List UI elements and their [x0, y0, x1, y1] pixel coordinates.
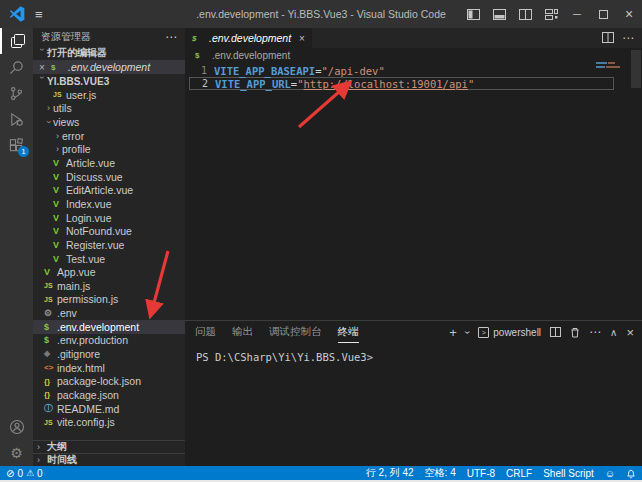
tree-item[interactable]: VDiscuss.vue: [33, 170, 185, 184]
tree-item[interactable]: ⓘREADME.md: [33, 402, 185, 416]
open-editor-item[interactable]: × $ .env.development: [33, 60, 185, 74]
error-count: 0: [17, 468, 23, 479]
indentation[interactable]: 空格: 4: [425, 466, 456, 480]
settings-gear-icon[interactable]: ⚙: [0, 440, 33, 466]
tree-item[interactable]: VIndex.vue: [33, 197, 185, 211]
tree-item[interactable]: JSmain.js: [33, 279, 185, 293]
tree-item[interactable]: VLogin.vue: [33, 211, 185, 225]
breadcrumb[interactable]: $ .env.development: [185, 48, 642, 62]
more-actions-icon[interactable]: ⋯: [622, 31, 634, 45]
editor-scrollbar[interactable]: [631, 50, 641, 88]
cursor-position[interactable]: 行 2, 列 42: [366, 466, 414, 480]
tree-item[interactable]: VApp.vue: [33, 265, 185, 279]
code-line[interactable]: 1VITE_APP_BASEAPI="/api-dev": [185, 64, 614, 77]
sidebar-title: 资源管理器: [41, 30, 91, 44]
string-value: /api-dev: [328, 65, 379, 77]
tree-item-label: package.json: [57, 389, 119, 401]
tree-item-label: error: [62, 130, 84, 142]
tree-item[interactable]: $.env.production: [33, 334, 185, 348]
timeline-section[interactable]: › 时间线: [33, 453, 185, 466]
outline-section[interactable]: › 大纲: [33, 440, 185, 453]
editor-tab[interactable]: $ .env.development ×: [185, 28, 312, 48]
panel-tab-bar: 问题输出调试控制台终端 + › > powershell ⋯ ∧: [185, 321, 642, 343]
minimize-icon[interactable]: ─: [564, 0, 590, 28]
panel-tab[interactable]: 输出: [232, 321, 253, 343]
tree-item[interactable]: VEditArticle.vue: [33, 183, 185, 197]
tree-item[interactable]: VRegister.vue: [33, 238, 185, 252]
gitignore-file-icon: ◈: [44, 349, 57, 358]
tree-item[interactable]: VTest.vue: [33, 252, 185, 266]
tree-item[interactable]: <>index.html: [33, 361, 185, 375]
env-key: VITE_APP_BASEAPI: [214, 65, 315, 77]
encoding[interactable]: UTF-8: [467, 468, 495, 479]
explorer-icon[interactable]: [0, 28, 33, 54]
tree-item-label: permission.js: [57, 293, 118, 305]
code-lines: 1VITE_APP_BASEAPI="/api-dev"2VITE_APP_UR…: [185, 64, 642, 90]
tree-folder[interactable]: ›profile: [33, 143, 185, 157]
close-quote: ": [378, 65, 384, 77]
shell-selector[interactable]: > powershell: [478, 327, 541, 338]
feedback-icon[interactable]: ☺: [605, 468, 615, 479]
chevron-right-icon: ›: [53, 144, 62, 154]
toggle-panel-icon[interactable]: [486, 0, 512, 28]
js-file-icon: JS: [44, 296, 57, 303]
split-terminal-icon[interactable]: [550, 327, 561, 337]
open-editors-label: 打开的编辑器: [47, 46, 107, 60]
source-control-icon[interactable]: [0, 80, 33, 106]
warning-count: 0: [37, 468, 43, 479]
code-line[interactable]: 2VITE_APP_URL="http://localhost:19001/ap…: [189, 77, 614, 90]
close-editor-icon[interactable]: ×: [39, 62, 51, 73]
search-icon[interactable]: [0, 54, 33, 80]
tree-folder[interactable]: ›utils: [33, 102, 185, 116]
notifications-bell-icon[interactable]: [626, 468, 636, 479]
panel-tab[interactable]: 终端: [338, 321, 359, 343]
toggle-secondary-sidebar-icon[interactable]: [512, 0, 538, 28]
tree-folder[interactable]: ›error: [33, 129, 185, 143]
tree-item-label: README.md: [57, 403, 119, 415]
minimap[interactable]: [596, 62, 626, 70]
run-debug-icon[interactable]: [0, 106, 33, 132]
env-file-icon: $: [192, 34, 205, 43]
vue-file-icon: V: [53, 185, 66, 195]
problems-status[interactable]: ⊘ 0 ⚠ 0: [6, 468, 43, 479]
tree-item[interactable]: {}package.json: [33, 388, 185, 402]
new-terminal-icon[interactable]: +: [449, 325, 457, 340]
vue-file-icon: V: [53, 240, 66, 250]
close-icon[interactable]: ×: [616, 0, 642, 28]
more-actions-icon[interactable]: ⋯: [165, 30, 177, 44]
close-tab-icon[interactable]: ×: [299, 33, 305, 44]
eol-sequence[interactable]: CRLF: [506, 468, 532, 479]
menu-icon[interactable]: ≡: [35, 7, 43, 22]
language-mode[interactable]: Shell Script: [543, 468, 594, 479]
close-panel-icon[interactable]: ×: [626, 325, 634, 340]
code-editor[interactable]: 1VITE_APP_BASEAPI="/api-dev"2VITE_APP_UR…: [185, 62, 642, 320]
extensions-icon[interactable]: 1: [0, 132, 33, 158]
more-actions-icon[interactable]: ⋯: [589, 325, 601, 339]
chevron-right-icon: ›: [53, 131, 62, 141]
tree-item[interactable]: JSvite.config.js: [33, 415, 185, 429]
tree-item[interactable]: ◈.gitignore: [33, 347, 185, 361]
maximize-panel-icon[interactable]: ∧: [610, 327, 617, 338]
customize-layout-icon[interactable]: [538, 0, 564, 28]
tree-item[interactable]: VArticle.vue: [33, 156, 185, 170]
project-section[interactable]: › YI.BBS.VUE3: [33, 74, 185, 88]
tree-item[interactable]: VNotFound.vue: [33, 224, 185, 238]
panel-tab[interactable]: 问题: [195, 321, 216, 343]
open-editors-section[interactable]: › 打开的编辑器: [33, 46, 185, 60]
terminal-dropdown-icon[interactable]: ›: [462, 330, 473, 333]
toggle-sidebar-icon[interactable]: [460, 0, 486, 28]
split-editor-icon[interactable]: [602, 32, 614, 45]
kill-terminal-icon[interactable]: [570, 327, 580, 338]
tree-item-label: index.html: [57, 362, 105, 374]
maximize-icon[interactable]: [590, 0, 616, 28]
tree-folder[interactable]: ›views: [33, 115, 185, 129]
tree-item[interactable]: {}package-lock.json: [33, 374, 185, 388]
tree-item[interactable]: JSuser.js: [33, 88, 185, 102]
tree-item[interactable]: ⚙.env: [33, 306, 185, 320]
account-icon[interactable]: [0, 414, 33, 440]
tree-item[interactable]: $.env.development: [33, 320, 185, 334]
panel-tab[interactable]: 调试控制台: [269, 321, 322, 343]
tree-item[interactable]: JSpermission.js: [33, 293, 185, 307]
terminal-output[interactable]: PS D:\CSharp\Yi\Yi.BBS.Vue3>: [185, 343, 642, 363]
tree-item-label: NotFound.vue: [66, 225, 132, 237]
